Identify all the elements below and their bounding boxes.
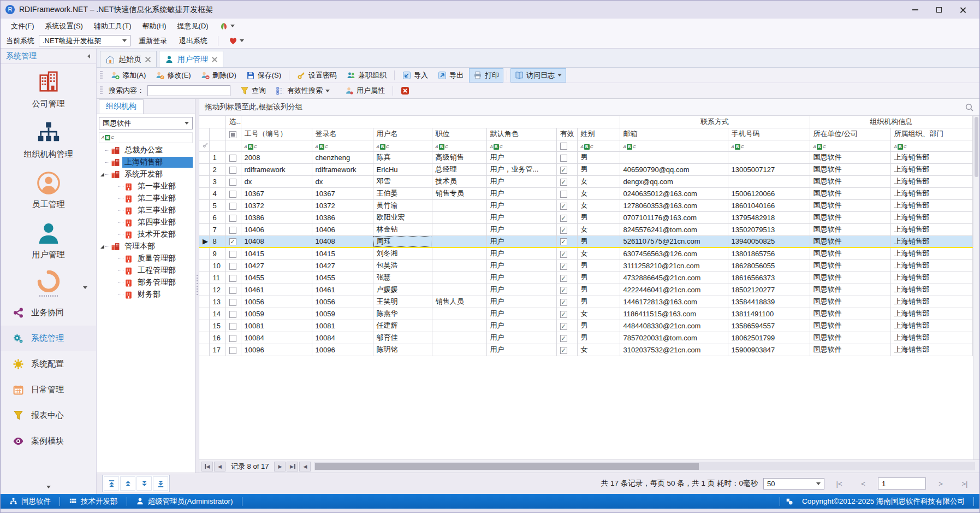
filter-cell[interactable]: ABC bbox=[373, 140, 432, 151]
table-cell[interactable]: 陈玥铭 bbox=[373, 344, 432, 356]
save-button[interactable]: 保存(S) bbox=[242, 68, 286, 82]
filter-cell[interactable]: ABC bbox=[620, 140, 728, 151]
row-checkbox-cell[interactable] bbox=[225, 211, 241, 223]
row-checkbox-cell[interactable] bbox=[556, 151, 577, 163]
table-cell[interactable] bbox=[199, 308, 209, 320]
tree-node[interactable]: 部务管理部 bbox=[99, 276, 193, 288]
table-cell[interactable]: 张慧 bbox=[373, 272, 432, 284]
table-cell[interactable]: 王笑明 bbox=[373, 296, 432, 308]
print-button[interactable]: 打印 bbox=[469, 68, 503, 82]
checkbox-icon[interactable] bbox=[229, 299, 236, 306]
checkbox-icon[interactable] bbox=[229, 251, 236, 258]
table-cell[interactable]: 国思软件 bbox=[810, 332, 890, 344]
table-cell[interactable]: 10415 bbox=[312, 247, 373, 260]
table-cell[interactable]: 上海销售部 bbox=[890, 308, 972, 320]
table-cell[interactable]: 7 bbox=[209, 223, 225, 235]
table-cell[interactable] bbox=[432, 223, 486, 235]
table-cell[interactable]: EricHu bbox=[373, 163, 432, 175]
table-cell[interactable]: 8245576241@tom.com bbox=[620, 223, 728, 235]
row-checkbox-cell[interactable]: ✓ bbox=[556, 211, 577, 223]
row-checkbox-cell[interactable]: ✓ bbox=[556, 175, 577, 187]
table-row[interactable]: 51037210372黄竹渝用户✓女1278060353@163.com1860… bbox=[199, 199, 973, 211]
table-cell[interactable]: 10081 bbox=[312, 320, 373, 332]
table-cell[interactable]: 用户 bbox=[486, 260, 556, 272]
table-cell[interactable]: 10084 bbox=[312, 332, 373, 344]
column-header[interactable]: 手机号码 bbox=[728, 128, 810, 140]
query-button[interactable]: 查询 bbox=[236, 84, 270, 98]
table-cell[interactable]: 15 bbox=[209, 320, 225, 332]
filter-cell[interactable] bbox=[556, 140, 577, 151]
table-cell[interactable] bbox=[432, 284, 486, 296]
table-row[interactable]: 171009610096陈玥铭用户✓女3102037532@21cn.com15… bbox=[199, 344, 973, 356]
checkbox-icon[interactable] bbox=[229, 263, 236, 270]
exit-system-button[interactable]: 退出系统 bbox=[175, 34, 211, 48]
table-cell[interactable]: 用户 bbox=[486, 344, 556, 356]
table-row[interactable]: 2rdiframeworkrdiframeworkEricHu总经理用户，业务管… bbox=[199, 163, 973, 175]
table-cell[interactable]: 上海销售部 bbox=[890, 272, 972, 284]
row-checkbox-cell[interactable]: ✓ bbox=[556, 320, 577, 332]
checkbox-icon[interactable]: ✓ bbox=[229, 238, 236, 245]
table-cell[interactable]: 用户 bbox=[486, 296, 556, 308]
column-header[interactable]: 邮箱 bbox=[620, 128, 728, 140]
table-cell[interactable] bbox=[432, 211, 486, 223]
table-cell[interactable]: 上海销售部 bbox=[890, 296, 972, 308]
row-checkbox-cell[interactable]: ✓ bbox=[556, 247, 577, 260]
table-cell[interactable]: 上海销售部 bbox=[890, 199, 972, 211]
table-cell[interactable]: 上海销售部 bbox=[890, 187, 972, 199]
tree-node[interactable]: 财务部 bbox=[99, 288, 193, 300]
table-cell[interactable]: 上海销售部 bbox=[890, 151, 972, 163]
org-tab[interactable]: 组织机构 bbox=[99, 99, 144, 114]
system-select[interactable]: .NET敏捷开发框架 bbox=[39, 35, 130, 46]
filter-cell[interactable]: ABC bbox=[241, 140, 312, 151]
row-checkbox-cell[interactable] bbox=[225, 344, 241, 356]
table-cell[interactable]: 1278060353@163.com bbox=[620, 199, 728, 211]
table-cell[interactable]: 13940050825 bbox=[728, 235, 810, 247]
table-cell[interactable]: 用户 bbox=[486, 320, 556, 332]
last-record-button[interactable]: ▶ bbox=[287, 462, 298, 471]
table-cell[interactable] bbox=[432, 308, 486, 320]
table-cell[interactable]: 上海销售部 bbox=[890, 223, 972, 235]
column-header[interactable]: 姓别 bbox=[577, 128, 620, 140]
table-cell[interactable]: 1 bbox=[209, 151, 225, 163]
table-cell[interactable]: 4 bbox=[209, 187, 225, 199]
table-cell[interactable]: 销售人员 bbox=[432, 296, 486, 308]
checkbox-icon[interactable]: ✓ bbox=[560, 299, 567, 306]
table-cell[interactable]: 2 bbox=[209, 163, 225, 175]
table-row[interactable]: 121046110461卢媛媛用户✓男4222446041@21cn.com18… bbox=[199, 284, 973, 296]
table-cell[interactable]: 10455 bbox=[312, 272, 373, 284]
table-row[interactable]: 41036710367王伯晏销售专员用户女0240635012@163.com1… bbox=[199, 187, 973, 199]
first-page-button[interactable]: |< bbox=[830, 477, 848, 490]
panel-splitter[interactable] bbox=[195, 99, 199, 473]
next-record-button[interactable]: ▶ bbox=[274, 462, 286, 471]
checkbox-icon[interactable]: ✓ bbox=[560, 203, 567, 210]
row-checkbox-cell[interactable] bbox=[225, 284, 241, 296]
table-cell[interactable]: 卢媛媛 bbox=[373, 284, 432, 296]
table-cell[interactable]: 10096 bbox=[241, 344, 312, 356]
menu-feedback[interactable]: 提意见(D) bbox=[173, 20, 213, 33]
row-checkbox-cell[interactable]: ✓ bbox=[556, 272, 577, 284]
checkbox-icon[interactable] bbox=[229, 287, 236, 294]
table-cell[interactable]: dengx@qq.com bbox=[620, 175, 728, 187]
checkbox-icon[interactable] bbox=[229, 227, 236, 234]
table-cell[interactable]: 用户 bbox=[486, 199, 556, 211]
sidebar-item-company-management[interactable]: 公司管理 bbox=[1, 64, 96, 114]
table-cell[interactable]: 用户 bbox=[486, 284, 556, 296]
table-cell[interactable]: 上海销售部 bbox=[890, 284, 972, 296]
table-cell[interactable]: 上海销售部 bbox=[890, 163, 972, 175]
filter-cell[interactable]: ABC bbox=[890, 140, 972, 151]
company-select[interactable]: 国思软件 bbox=[99, 117, 193, 129]
table-cell[interactable]: 0240635012@163.com bbox=[620, 187, 728, 199]
table-cell[interactable]: 男 bbox=[577, 235, 620, 247]
add-button[interactable]: 添加(A) bbox=[106, 68, 150, 82]
table-cell[interactable]: 10408 bbox=[312, 235, 373, 247]
checkbox-icon[interactable] bbox=[229, 203, 236, 210]
table-cell[interactable] bbox=[728, 175, 810, 187]
table-cell[interactable] bbox=[199, 151, 209, 163]
sidebar-scroll-down[interactable] bbox=[1, 480, 96, 494]
table-cell[interactable]: 上海销售部 bbox=[890, 260, 972, 272]
row-checkbox-cell[interactable] bbox=[225, 187, 241, 199]
table-cell[interactable]: 上海销售部 bbox=[890, 235, 972, 247]
table-cell[interactable]: 10461 bbox=[241, 284, 312, 296]
checkbox-icon[interactable] bbox=[560, 191, 567, 198]
checkbox-icon[interactable] bbox=[560, 155, 567, 162]
